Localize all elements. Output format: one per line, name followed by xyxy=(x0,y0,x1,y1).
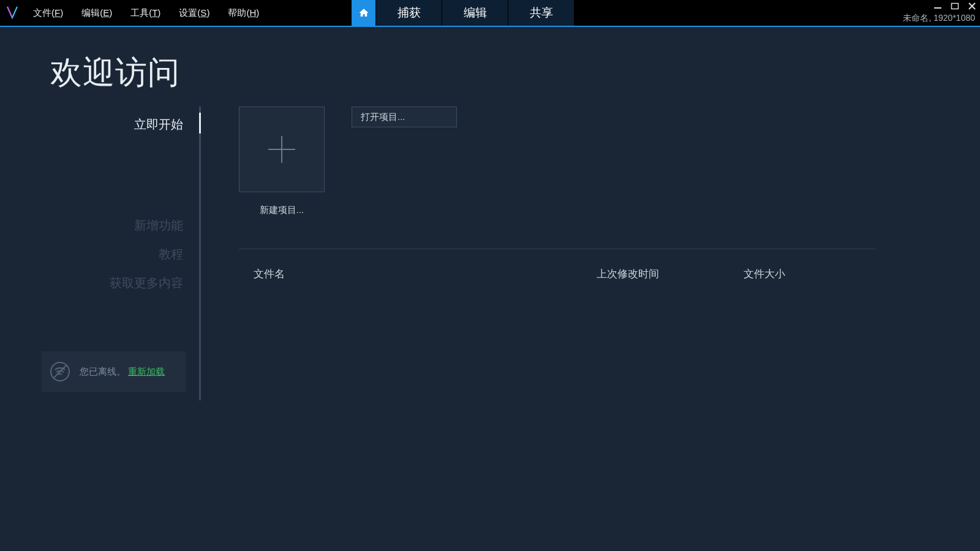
window-controls xyxy=(931,1,979,12)
menu-edit[interactable]: 编辑(E) xyxy=(73,4,121,23)
title-bar: 文件(F) 编辑(E) 工具(T) 设置(S) 帮助(H) 捕获 编辑 共享 未… xyxy=(0,0,980,27)
menu-file[interactable]: 文件(F) xyxy=(24,4,72,23)
maximize-button[interactable] xyxy=(948,1,962,12)
new-project-label: 新建项目... xyxy=(239,204,325,216)
section-divider xyxy=(239,249,876,249)
offline-reload-link[interactable]: 重新加载 xyxy=(128,366,165,377)
new-project-tile[interactable] xyxy=(239,107,325,192)
nav-more[interactable]: 获取更多内容 xyxy=(42,269,199,298)
document-status: 未命名, 1920*1080 xyxy=(903,13,975,24)
mode-tabs: 捕获 编辑 共享 xyxy=(352,0,575,26)
column-size[interactable]: 文件大小 xyxy=(744,267,854,281)
menu-help[interactable]: 帮助(H) xyxy=(219,4,268,23)
column-filename[interactable]: 文件名 xyxy=(254,267,597,281)
nav-whatsnew[interactable]: 新增功能 xyxy=(42,211,199,240)
tab-home[interactable] xyxy=(352,0,376,26)
home-icon xyxy=(358,7,369,18)
offline-banner: 您已离线。 重新加载 xyxy=(42,351,186,392)
page-title: 欢迎访问 xyxy=(50,51,180,94)
recent-list-header: 文件名 上次修改时间 文件大小 xyxy=(254,267,866,281)
tab-capture[interactable]: 捕获 xyxy=(376,0,442,26)
offline-text: 您已离线。 重新加载 xyxy=(80,365,165,378)
svg-rect-0 xyxy=(934,7,941,9)
plus-icon xyxy=(265,132,299,167)
column-modified[interactable]: 上次修改时间 xyxy=(597,267,744,281)
welcome-screen: 欢迎访问 立即开始 新增功能 教程 获取更多内容 您已离线。 重新加载 xyxy=(0,27,980,551)
app-logo-icon xyxy=(0,0,24,26)
open-project-button[interactable]: 打开项目... xyxy=(352,107,457,127)
tab-share[interactable]: 共享 xyxy=(508,0,575,26)
nav-tutorial[interactable]: 教程 xyxy=(42,240,199,269)
svg-rect-1 xyxy=(952,4,959,9)
menu-tools[interactable]: 工具(T) xyxy=(122,4,169,23)
menu-bar: 文件(F) 编辑(E) 工具(T) 设置(S) 帮助(H) xyxy=(24,4,268,23)
minimize-button[interactable] xyxy=(931,1,944,12)
menu-settings[interactable]: 设置(S) xyxy=(170,4,218,23)
nav-start[interactable]: 立即开始 xyxy=(42,110,199,139)
offline-icon xyxy=(49,361,71,383)
close-button[interactable] xyxy=(965,1,979,12)
start-panel: 新建项目... 打开项目... xyxy=(239,107,956,216)
tab-edit[interactable]: 编辑 xyxy=(442,0,508,26)
